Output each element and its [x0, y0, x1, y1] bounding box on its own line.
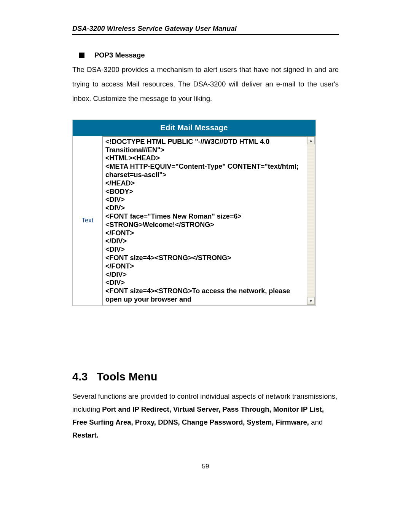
pop3-title: POP3 Message: [94, 51, 145, 59]
pop3-heading-row: POP3 Message: [72, 51, 339, 59]
scroll-down-button[interactable]: ▼: [307, 297, 315, 305]
feature-restart-bold: Restart.: [72, 431, 99, 439]
scroll-track[interactable]: [307, 144, 315, 297]
feature-list-bold: Port and IP Redirect, Virtual Server, Pa…: [72, 405, 324, 426]
intro-text-mid: and: [311, 418, 323, 426]
section-title: Tools Menu: [97, 371, 158, 383]
triangle-down-icon: ▼: [309, 299, 313, 303]
triangle-up-icon: ▲: [309, 138, 313, 143]
scrollbar[interactable]: ▲ ▼: [307, 137, 315, 305]
tools-intro-paragraph: Several functions are provided to contro…: [72, 390, 339, 442]
panel-title: Edit Mail Message: [73, 120, 315, 136]
page-number: 59: [72, 463, 339, 470]
edit-mail-panel: Edit Mail Message Text <!DOCTYPE HTML PU…: [72, 120, 316, 306]
section-heading: 4.3 Tools Menu: [72, 371, 339, 383]
panel-field-label: Text: [73, 136, 102, 305]
mail-html-source-textarea[interactable]: <!DOCTYPE HTML PUBLIC "-//W3C//DTD HTML …: [103, 137, 307, 305]
section-number: 4.3: [72, 371, 88, 383]
scroll-up-button[interactable]: ▲: [307, 137, 315, 144]
pop3-paragraph: The DSA-3200 provides a mechanism to ale…: [72, 62, 339, 106]
square-bullet-icon: [79, 53, 84, 58]
running-header: DSA-3200 Wireless Service Gateway User M…: [72, 25, 339, 35]
mail-text-area-container: <!DOCTYPE HTML PUBLIC "-//W3C//DTD HTML …: [102, 136, 315, 305]
